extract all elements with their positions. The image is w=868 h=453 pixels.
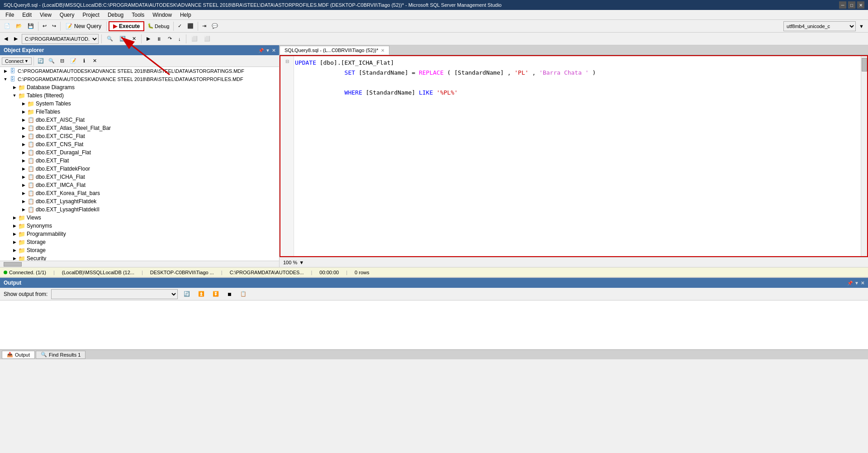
output-collapse-icon[interactable]: ▼: [854, 281, 859, 286]
expander-flat[interactable]: ▶: [20, 157, 27, 164]
oe-collapse-btn[interactable]: ⊟: [57, 57, 67, 66]
output-controls[interactable]: 📌 ▼ ✕: [847, 281, 864, 286]
tables-filtered-item[interactable]: ▼ 📁 Tables (filtered): [0, 91, 279, 100]
expander-storage[interactable]: ▶: [11, 247, 18, 254]
expander-sys[interactable]: ▶: [20, 100, 27, 107]
expander-file[interactable]: ▶: [20, 108, 27, 115]
open-button[interactable]: 📂: [14, 21, 24, 31]
oe-delete-del-btn[interactable]: ✕: [90, 57, 100, 66]
zoom-dropdown-icon[interactable]: ▼: [299, 260, 304, 265]
align-left-btn[interactable]: ⬜: [189, 34, 200, 44]
file-tables-item[interactable]: ▶ 📁 FileTables: [0, 108, 279, 116]
output-btn2[interactable]: ⏫: [196, 289, 207, 299]
db-diagrams-item[interactable]: ▶ 📁 Database Diagrams: [0, 83, 279, 91]
align-center-btn[interactable]: ⬜: [202, 34, 213, 44]
table-cisc-item[interactable]: ▶ 📋 dbo.EXT_CISC_Flat: [0, 132, 279, 140]
expander-icha[interactable]: ▶: [20, 173, 27, 181]
output-btn4[interactable]: ⏹: [225, 289, 234, 299]
table-lysaght2-item[interactable]: ▶ 📋 dbo.EXT_LysaghtFlatdekII: [0, 205, 279, 214]
output-btn3[interactable]: ⏬: [210, 289, 221, 299]
service-broker-item[interactable]: ▶ 📁 Storage: [0, 238, 279, 246]
delete-btn[interactable]: ✕: [130, 34, 138, 44]
collapse-icon[interactable]: ▼: [266, 48, 270, 53]
table-lysaght-item[interactable]: ▶ 📋 dbo.EXT_LysaghtFlatdek: [0, 197, 279, 205]
expander-sb[interactable]: ▶: [11, 238, 18, 246]
encoding-dropdown[interactable]: utf8mb4_unicode_c: [783, 21, 856, 31]
table-atlas-item[interactable]: ▶ 📋 dbo.EXT_Atlas_Steel_Flat_Bar: [0, 124, 279, 132]
expander-atlas[interactable]: ▶: [20, 124, 27, 132]
step-into-btn[interactable]: ↓: [176, 34, 183, 44]
expander-cns[interactable]: ▶: [20, 141, 27, 148]
oe-filter-btn[interactable]: 🔍: [47, 57, 57, 66]
filter-btn[interactable]: 🔍: [104, 34, 115, 44]
table-icha-item[interactable]: ▶ 📋 dbo.EXT_ICHA_Flat: [0, 173, 279, 181]
oe-refresh-btn[interactable]: 🔄: [36, 57, 46, 66]
indent-btn[interactable]: ⇥: [200, 21, 209, 31]
new-query-button[interactable]: 📝 New Query: [62, 22, 104, 31]
refresh-btn[interactable]: 🔄: [117, 34, 128, 44]
expander-lysaght[interactable]: ▶: [20, 198, 27, 205]
output-btn5[interactable]: 📋: [238, 289, 249, 299]
back-btn[interactable]: ◀: [2, 34, 10, 44]
expander-cisc[interactable]: ▶: [20, 133, 27, 140]
collapse-block-icon[interactable]: ⊟: [285, 59, 289, 64]
expander-diagrams[interactable]: ▶: [11, 84, 18, 91]
security-item[interactable]: ▶ 📁 Security: [0, 254, 279, 261]
table-korea-item[interactable]: ▶ 📋 dbo.EXT_Korea_Flat_bars: [0, 189, 279, 197]
debug-button[interactable]: 🐛 Debug: [145, 21, 171, 31]
output-select[interactable]: [51, 289, 178, 299]
expander-flatdekfloor[interactable]: ▶: [20, 165, 27, 172]
pin-icon[interactable]: 📌: [258, 48, 264, 53]
editor-vscrollbar[interactable]: [861, 56, 867, 256]
comment-btn[interactable]: 💬: [209, 21, 220, 31]
expander-db1[interactable]: ▶: [2, 67, 9, 75]
step-over-btn[interactable]: ↷: [166, 34, 174, 44]
hscroll-thumb[interactable]: [4, 262, 22, 267]
undo-button[interactable]: ↩: [40, 21, 49, 31]
menu-debug[interactable]: Debug: [104, 11, 127, 19]
output-btn1[interactable]: 🔄: [181, 289, 192, 299]
editor-area[interactable]: ⊟ UPDATE [dbo].[EXT_ICHA_Flat] SET [Stan…: [280, 55, 868, 257]
expander-synonyms[interactable]: ▶: [11, 222, 18, 229]
window-controls[interactable]: ─ □ ✕: [839, 1, 864, 9]
execute-button[interactable]: ▶ Execute: [109, 21, 144, 31]
menu-window[interactable]: Window: [149, 11, 175, 19]
oe-hscrollbar[interactable]: [0, 261, 279, 267]
expander-tables[interactable]: ▼: [11, 92, 18, 99]
forward-btn[interactable]: ▶: [12, 34, 20, 44]
menu-edit[interactable]: Edit: [19, 11, 35, 19]
redo-button[interactable]: ↪: [50, 21, 58, 31]
menu-tools[interactable]: Tools: [128, 11, 148, 19]
expander-duragal[interactable]: ▶: [20, 149, 27, 156]
pause-btn[interactable]: ⏸: [154, 34, 164, 44]
new-file-button[interactable]: 📄: [2, 21, 13, 31]
expander-prog[interactable]: ▶: [11, 230, 18, 238]
sys-tables-item[interactable]: ▶ 📁 System Tables: [0, 100, 279, 108]
minimize-button[interactable]: ─: [839, 1, 846, 9]
table-duragal-item[interactable]: ▶ 📋 dbo.EXT_Duragal_Flat: [0, 148, 279, 157]
db-item-2[interactable]: ▼ 🗄 C:\PROGRAMDATA\AUTODESK\ADVANCE STEE…: [0, 75, 279, 83]
check-btn[interactable]: ✓: [175, 21, 184, 31]
menu-project[interactable]: Project: [79, 11, 103, 19]
tab-find-results[interactable]: 🔍 Find Results 1: [36, 351, 85, 359]
run-btn2[interactable]: ▶: [144, 34, 152, 44]
stop-btn[interactable]: ⬛: [185, 21, 196, 31]
expander-db2[interactable]: ▼: [2, 76, 9, 83]
table-imca-item[interactable]: ▶ 📋 dbo.EXT_IMCA_Flat: [0, 181, 279, 189]
expander-aisc[interactable]: ▶: [20, 116, 27, 124]
views-item[interactable]: ▶ 📁 Views: [0, 214, 279, 222]
oe-properties-btn[interactable]: ℹ: [79, 57, 89, 66]
code-content[interactable]: UPDATE [dbo].[EXT_ICHA_Flat] SET [Standa…: [295, 58, 860, 108]
storage-item[interactable]: ▶ 📁 Storage: [0, 246, 279, 254]
expander-lysaght2[interactable]: ▶: [20, 206, 27, 213]
db-item-1[interactable]: ▶ 🗄 C:\PROGRAMDATA\AUTODESK\ADVANCE STEE…: [0, 67, 279, 75]
programmability-item[interactable]: ▶ 📁 Programmability: [0, 230, 279, 238]
expander-security[interactable]: ▶: [11, 255, 18, 261]
oe-new-btn[interactable]: 📝: [68, 57, 78, 66]
menu-view[interactable]: View: [36, 11, 55, 19]
table-cns-item[interactable]: ▶ 📋 dbo.EXT_CNS_Flat: [0, 140, 279, 148]
query-tab[interactable]: SQLQuery8.sql - (L...C0BRVII\Tiago (52))…: [280, 46, 389, 55]
editor-scroll-thumb[interactable]: [862, 58, 867, 72]
panel-controls[interactable]: 📌 ▼ ✕: [258, 48, 275, 53]
panel-close-icon[interactable]: ✕: [272, 48, 275, 53]
